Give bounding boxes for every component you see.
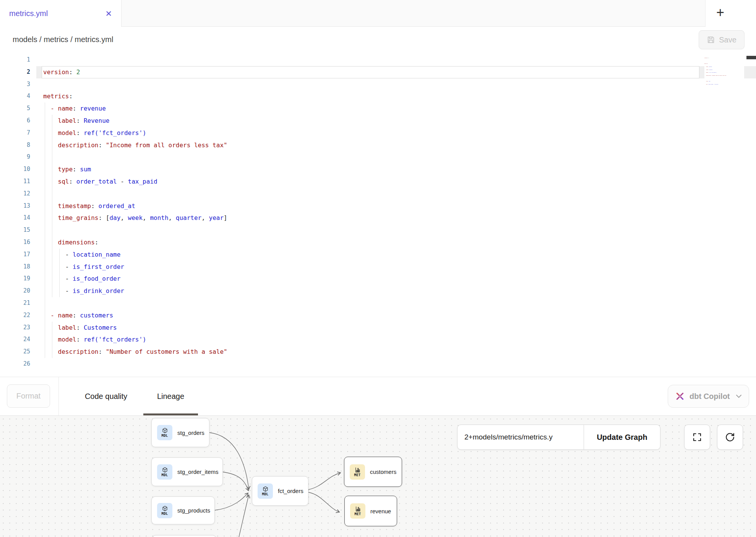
chevron-down-icon [736,394,742,398]
code-line[interactable]: dimensions: [43,236,227,249]
code-line[interactable]: model: ref('fct_orders') [43,127,227,139]
lineage-node-customers[interactable]: METcustomers [344,457,402,487]
line-number: 21 [0,297,30,309]
code-line[interactable]: type: sum [43,163,227,176]
code-line[interactable]: label: Revenue [43,115,227,127]
code-editor[interactable]: 1234567891011121314151617181920212223242… [0,52,756,377]
line-number: 16 [0,236,30,249]
line-number: 13 [0,200,30,212]
lineage-node-fct_orders[interactable]: MDLfct_orders [252,476,308,506]
save-button[interactable]: Save [699,30,745,49]
code-line[interactable] [43,224,227,236]
edge-stg-products-fct-orders [215,493,248,510]
edge-stg-order-items-fct-orders [223,472,248,491]
code-line[interactable]: description: "Number of customers with a… [43,346,227,358]
line-number: 19 [0,273,30,285]
close-tab-icon[interactable]: ✕ [105,10,112,18]
refresh-button[interactable] [717,425,743,450]
code-line[interactable]: version: 2 [43,66,227,78]
code-line[interactable]: - name: revenue [43,103,227,115]
code-line[interactable]: - is_drink_order [43,285,227,297]
lineage-canvas[interactable]: MDLstg_ordersMDLstg_order_itemsMDLstg_pr… [0,416,756,537]
node-type-label: MDL [161,512,168,516]
code-line[interactable] [43,297,227,309]
node-badge: MET [350,503,365,519]
new-tab-area: + [705,0,756,27]
line-number: 20 [0,285,30,297]
cube-icon [263,486,268,492]
save-label: Save [719,36,737,44]
code-line[interactable]: timestamp: ordered_at [43,200,227,212]
line-number: 10 [0,163,30,176]
bar-chart-icon [355,467,360,473]
tab-strip-empty [122,0,705,27]
code-content[interactable]: version: 2metrics: - name: revenue label… [43,54,227,370]
code-line[interactable]: model: ref('fct_orders') [43,334,227,346]
cube-icon [162,428,168,433]
tab-code-quality[interactable]: Code quality [69,377,143,415]
lineage-node-stg_products[interactable]: MDLstg_products [151,496,215,524]
save-icon [707,36,715,44]
line-number: 25 [0,346,30,358]
fullscreen-icon [692,432,702,443]
code-line[interactable] [43,151,227,163]
node-label: fct_orders [278,488,303,494]
lineage-filter-group: Update Graph [457,425,660,450]
code-line[interactable]: - location_name [43,249,227,261]
toolbar-divider [58,377,59,415]
node-label: stg_products [177,507,210,514]
line-number: 18 [0,261,30,273]
code-line[interactable] [43,78,227,91]
code-line[interactable]: - is_first_order [43,261,227,273]
node-badge: MDL [157,464,172,480]
lineage-node-stg_orders[interactable]: MDLstg_orders [151,418,209,447]
line-number: 12 [0,188,30,200]
code-line[interactable] [43,54,227,66]
code-line[interactable]: description: "Income from all orders les… [43,139,227,151]
file-header-row: models / metrics / metrics.yml Save [0,27,756,52]
node-badge: MET [350,464,365,480]
line-number: 14 [0,212,30,224]
code-line[interactable]: label: Customers [43,322,227,334]
line-number-gutter: 1234567891011121314151617181920212223242… [0,54,30,370]
lineage-node-clipped_node[interactable]: MDL [152,535,216,537]
line-number: 2 [0,66,30,78]
line-number: 7 [0,127,30,139]
code-line[interactable]: metrics: [43,90,227,103]
minimap[interactable]: version: 2metrics: - name: revenue label… [704,55,744,88]
update-graph-button[interactable]: Update Graph [584,425,660,449]
breadcrumb: models / metrics / metrics.yml [13,35,113,44]
node-type-label: MDL [262,492,268,496]
node-type-label: MET [354,512,361,516]
node-type-label: MDL [161,434,168,438]
cube-icon [162,506,168,511]
code-line[interactable]: sql: order_total - tax_paid [43,176,227,188]
lineage-filter-input[interactable] [457,425,584,449]
dbt-copilot-label: dbt Copilot [689,392,731,401]
node-badge: MDL [157,503,172,518]
line-number: 11 [0,176,30,188]
line-number: 24 [0,334,30,346]
dbt-copilot-button[interactable]: dbt Copilot [668,385,749,408]
line-number: 23 [0,322,30,334]
active-tab-underline [143,413,198,415]
code-line[interactable]: - name: customers [43,309,227,322]
line-number: 17 [0,249,30,261]
code-line[interactable] [43,188,227,200]
line-number: 4 [0,90,30,103]
fullscreen-button[interactable] [684,425,710,450]
code-line[interactable]: - is_food_order [43,273,227,285]
node-type-label: MET [354,473,360,477]
lineage-node-stg_order_items[interactable]: MDLstg_order_items [151,457,223,486]
scrollbar-thumb[interactable] [746,56,756,59]
new-tab-button[interactable]: + [716,6,724,20]
code-line[interactable] [43,358,227,370]
tab-metrics-yml[interactable]: metrics.yml ✕ [0,0,122,27]
tab-title: metrics.yml [9,9,48,18]
bar-chart-icon [355,506,361,512]
tab-lineage[interactable]: Lineage [143,377,198,415]
line-number: 3 [0,78,30,91]
lineage-node-revenue[interactable]: METrevenue [344,496,397,526]
format-button[interactable]: Format [7,384,50,408]
code-line[interactable]: time_grains: [day, week, month, quarter,… [43,212,227,224]
